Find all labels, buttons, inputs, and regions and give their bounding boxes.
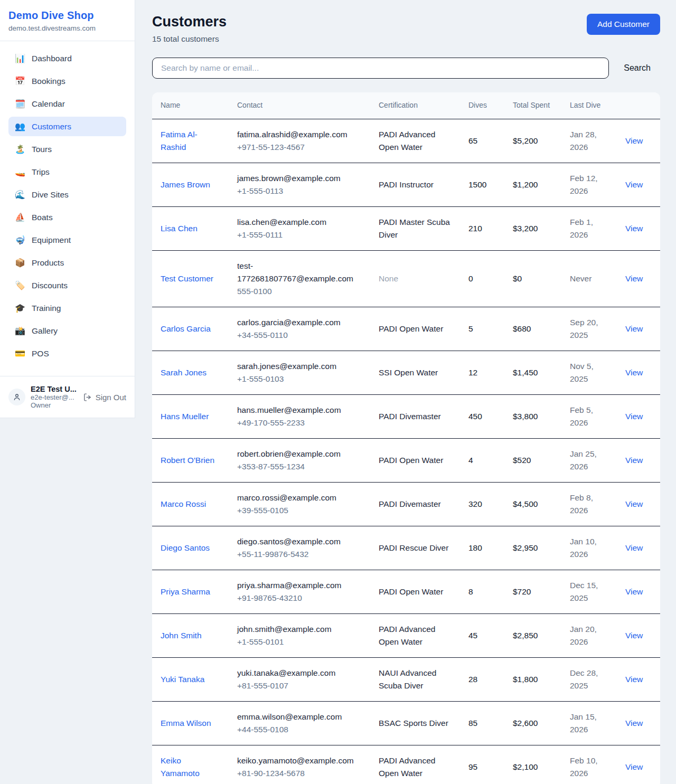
add-customer-button[interactable]: Add Customer [587,14,660,35]
sidebar-user-section: E2E Test U... e2e-tester@... Owner Sign … [0,376,135,418]
nav-item-label: POS [32,349,49,358]
customer-dives: 4 [468,456,473,465]
customer-name-link[interactable]: Yuki Tanaka [161,675,204,684]
nav-item-icon: 🗓️ [15,99,25,109]
view-customer-link[interactable]: View [625,412,643,421]
column-header-certification: Certification [370,92,460,119]
customer-name-link[interactable]: Marco Rossi [161,499,206,508]
user-role: Owner [31,401,78,409]
customer-total-spent: $2,950 [513,543,538,552]
customer-email: test-1772681807767@example.com [237,260,362,285]
sidebar-item-gallery[interactable]: 📸 Gallery [8,321,126,341]
customer-phone: +81-555-0107 [237,679,362,692]
search-input[interactable] [152,58,609,79]
customer-name-link[interactable]: Emma Wilson [161,719,211,728]
sign-out-button[interactable]: Sign Out [83,393,126,402]
customer-name-link[interactable]: Fatima Al-Rashid [161,130,198,152]
view-customer-link[interactable]: View [625,675,643,684]
view-customer-link[interactable]: View [625,324,643,333]
customer-name-link[interactable]: Priya Sharma [161,587,210,596]
view-customer-link[interactable]: View [625,456,643,465]
sidebar-item-customers[interactable]: 👥 Customers [8,117,126,136]
sidebar-item-boats[interactable]: ⛵ Boats [8,207,126,227]
nav-item-label: Dive Sites [32,190,69,200]
customer-name-link[interactable]: John Smith [161,631,202,640]
view-customer-link[interactable]: View [625,543,643,552]
customer-certification: BSAC Sports Diver [379,719,448,728]
customer-name-link[interactable]: Robert O'Brien [161,456,214,465]
view-customer-link[interactable]: View [625,762,643,771]
customer-phone: +353-87-555-1234 [237,460,362,473]
sidebar-item-equipment[interactable]: 🤿 Equipment [8,230,126,250]
view-customer-link[interactable]: View [625,499,643,508]
view-customer-link[interactable]: View [625,719,643,728]
customer-name-link[interactable]: Test Customer [161,274,213,283]
table-row: Yuki Tanaka yuki.tanaka@example.com +81-… [152,658,660,702]
sidebar-item-pos[interactable]: 💳 POS [8,344,126,363]
customers-table-card: Name Contact Certification Dives Total S… [152,92,660,784]
view-customer-link[interactable]: View [625,368,643,377]
customer-name-link[interactable]: James Brown [161,180,210,189]
sidebar-item-dive-sites[interactable]: 🌊 Dive Sites [8,185,126,204]
shop-domain: demo.test.divestreams.com [8,24,126,32]
sidebar-item-calendar[interactable]: 🗓️ Calendar [8,94,126,114]
sign-out-label: Sign Out [96,393,126,402]
customer-phone: +1-555-0101 [237,636,362,648]
view-customer-link[interactable]: View [625,274,643,283]
column-header-last-dive: Last Dive [561,92,617,119]
customer-certification: PADI Master Scuba Diver [379,218,450,239]
view-customer-link[interactable]: View [625,631,643,640]
customer-dives: 5 [468,324,473,333]
sidebar-item-products[interactable]: 📦 Products [8,253,126,272]
sidebar-item-trips[interactable]: 🚤 Trips [8,162,126,182]
column-header-action [617,92,660,119]
table-row: Lisa Chen lisa.chen@example.com +1-555-0… [152,206,660,250]
customer-name-link[interactable]: Hans Mueller [161,412,209,421]
view-customer-link[interactable]: View [625,224,643,233]
customer-dives: 45 [468,631,477,640]
customer-name-link[interactable]: Sarah Jones [161,368,206,377]
customer-total-spent: $2,600 [513,719,538,728]
user-name: E2E Test U... [31,385,78,393]
sidebar-item-discounts[interactable]: 🏷️ Discounts [8,276,126,295]
sidebar-item-bookings[interactable]: 📅 Bookings [8,71,126,91]
customer-certification: SSI Open Water [379,368,438,377]
view-customer-link[interactable]: View [625,180,643,189]
customer-dives: 0 [468,274,473,283]
customer-dives: 95 [468,762,477,771]
customer-table-body: Fatima Al-Rashid fatima.alrashid@example… [152,119,660,784]
customer-last-dive: Feb 8, 2026 [570,493,593,515]
customer-last-dive: Nov 5, 2025 [570,362,594,383]
customer-total-spent: $5,200 [513,136,538,145]
customer-dives: 8 [468,587,473,596]
view-customer-link[interactable]: View [625,587,643,596]
view-customer-link[interactable]: View [625,136,643,145]
customer-dives: 180 [468,543,482,552]
search-button[interactable]: Search [624,63,651,73]
customer-last-dive: Dec 15, 2025 [570,581,598,602]
customer-name-link[interactable]: Keiko Yamamoto [161,756,200,778]
customer-name-link[interactable]: Lisa Chen [161,224,198,233]
sidebar: Demo Dive Shop demo.test.divestreams.com… [0,0,135,418]
customer-name-link[interactable]: Carlos Garcia [161,324,211,333]
sidebar-item-dashboard[interactable]: 📊 Dashboard [8,49,126,68]
customer-phone: +1-555-0111 [237,229,362,241]
customer-total-spent: $520 [513,456,531,465]
nav-item-label: Equipment [32,235,71,245]
sidebar-item-training[interactable]: 🎓 Training [8,298,126,318]
page-header: Customers 15 total customers Add Custome… [152,14,660,44]
customer-name-link[interactable]: Diego Santos [161,543,210,552]
table-row: Marco Rossi marco.rossi@example.com +39-… [152,482,660,526]
customer-last-dive: Feb 10, 2026 [570,756,598,778]
customer-phone: +1-555-0103 [237,373,362,385]
customer-certification: PADI Divemaster [379,412,441,421]
customer-dives: 320 [468,499,482,508]
sidebar-item-tours[interactable]: 🏝️ Tours [8,139,126,159]
customer-total-spent: $2,850 [513,631,538,640]
customer-email: john.smith@example.com [237,623,362,636]
user-email: e2e-tester@... [31,393,78,401]
nav-item-label: Tours [32,145,52,154]
customer-email: fatima.alrashid@example.com [237,128,362,141]
customer-email: marco.rossi@example.com [237,492,362,504]
sidebar-header: Demo Dive Shop demo.test.divestreams.com [0,0,135,41]
